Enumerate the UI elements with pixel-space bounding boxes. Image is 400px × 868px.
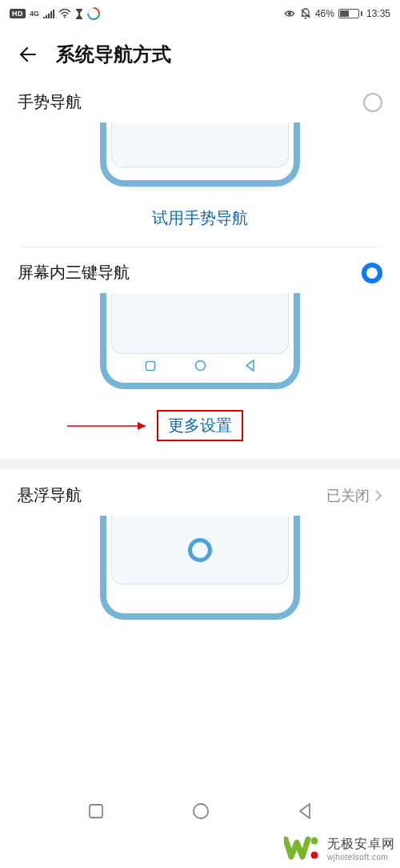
option-three-key-label: 屏幕内三键导航	[18, 262, 130, 283]
watermark: 无极安卓网 wjhotelsoft.com	[284, 833, 395, 865]
battery-icon	[338, 9, 362, 18]
svg-rect-3	[146, 361, 155, 370]
svg-point-7	[194, 804, 208, 818]
page-title: 系统导航方式	[56, 42, 171, 67]
float-ring-icon	[188, 538, 212, 562]
more-settings-link[interactable]: 更多设置	[157, 410, 243, 441]
option-gesture-label: 手势导航	[18, 91, 82, 113]
dnd-icon	[300, 8, 311, 19]
annotation-arrow-icon	[66, 416, 154, 436]
radio-unchecked-icon[interactable]	[363, 93, 382, 112]
radio-checked-icon[interactable]	[362, 263, 382, 283]
svg-point-4	[196, 361, 206, 371]
float-preview	[0, 512, 400, 623]
option-float-status: 已关闭	[326, 486, 370, 505]
option-three-key[interactable]: 屏幕内三键导航	[0, 247, 400, 290]
signal-icon	[43, 10, 54, 18]
wifi-icon	[58, 9, 71, 18]
option-float-label: 悬浮导航	[18, 484, 82, 506]
chevron-right-icon	[374, 489, 382, 502]
sync-icon	[87, 7, 100, 20]
hourglass-icon	[75, 9, 83, 19]
svg-point-0	[64, 17, 66, 18]
svg-point-2	[288, 12, 291, 15]
sys-home-icon[interactable]	[192, 802, 210, 820]
eye-icon	[283, 9, 296, 18]
status-bar: HD 4G 46% 13:35	[0, 0, 400, 24]
three-key-preview	[0, 290, 400, 392]
nav-recent-icon	[145, 360, 156, 372]
back-button[interactable]	[18, 44, 38, 65]
watermark-url: wjhotelsoft.com	[327, 853, 395, 862]
battery-percent: 46%	[315, 8, 334, 19]
system-navigation-bar	[0, 793, 400, 830]
gesture-preview	[0, 119, 400, 190]
watermark-logo-icon	[284, 833, 322, 865]
svg-rect-6	[90, 805, 102, 818]
sys-recent-icon[interactable]	[88, 803, 104, 819]
sys-back-icon[interactable]	[298, 802, 312, 820]
network-indicator: 4G	[30, 10, 39, 18]
option-gesture[interactable]: 手势导航	[0, 77, 400, 119]
svg-point-8	[311, 838, 318, 845]
clock: 13:35	[366, 8, 390, 19]
hd-badge: HD	[10, 9, 26, 18]
section-divider	[0, 459, 400, 470]
watermark-name: 无极安卓网	[327, 836, 395, 853]
try-gesture-link[interactable]: 试用手势导航	[152, 207, 248, 229]
option-float[interactable]: 悬浮导航 已关闭	[0, 470, 400, 512]
nav-back-icon	[245, 360, 255, 372]
nav-home-icon	[194, 360, 206, 372]
svg-point-9	[311, 852, 318, 859]
header: 系统导航方式	[0, 24, 400, 77]
